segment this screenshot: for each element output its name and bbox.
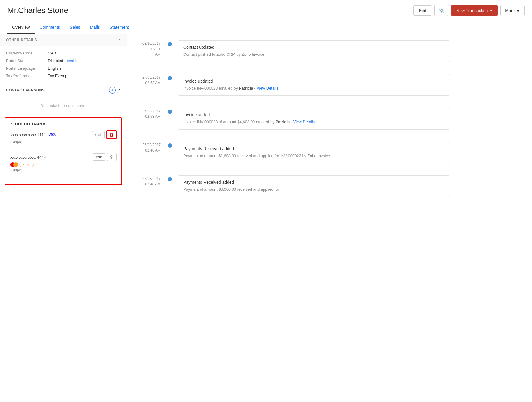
card-2-stripe-label: (Stripe): [10, 168, 117, 172]
attach-button[interactable]: 📎: [434, 5, 448, 16]
credit-card-item-1: xxxx xxxx xxxx 1111 VISA edit 🗑 (Stripe): [10, 130, 117, 148]
sidebar: OTHER DETAILS ∧ Currency Code CAD Portal…: [0, 34, 127, 397]
credit-cards-section: ∧ CREDIT CARDS xxxx xxxx xxxx 1111 VISA …: [5, 117, 122, 185]
credit-cards-collapse-icon[interactable]: ∧: [10, 122, 13, 126]
timeline-dot-2: [168, 76, 172, 80]
tab-bar: Overview Comments Sales Mails Statement: [0, 21, 532, 34]
portal-status-label: Portal Status: [6, 58, 45, 63]
event-title-3: Invoice added: [183, 112, 444, 117]
more-arrow-icon: ▼: [516, 8, 520, 13]
timeline-item-1: 03/10/2017 02:01AM Contact updated Conta…: [133, 40, 526, 62]
timeline-content-1: Contact updated Contact pushed to Zoho C…: [178, 40, 450, 62]
other-details-fields: Currency Code CAD Portal Status Disabled…: [0, 46, 127, 83]
edit-button[interactable]: Edit: [413, 5, 432, 16]
card-1-actions: edit 🗑: [92, 130, 117, 139]
timeline-content-3: Invoice added Invoice INV-000023 of amou…: [178, 108, 450, 130]
tab-overview[interactable]: Overview: [7, 21, 35, 34]
more-button[interactable]: More ▼: [500, 5, 525, 16]
timeline-item-5: 27/03/201702:48 AM Payments Received add…: [133, 175, 526, 197]
card-1-stripe-label: (Stripe): [10, 140, 117, 144]
timeline-item-2: 27/03/201702:53 AM Invoice updated Invoi…: [133, 74, 526, 96]
card-2-brand-row: (expired): [10, 162, 117, 167]
timeline-dot-1: [168, 42, 172, 46]
new-transaction-button[interactable]: New Transaction ▼: [451, 5, 498, 16]
page-title: Mr.Charles Stone: [7, 6, 68, 15]
timeline-dot-3: [168, 110, 172, 114]
collapse-icon[interactable]: ∧: [118, 38, 121, 42]
timeline-dot-4: [168, 143, 172, 148]
event-desc-3: Invoice INV-000023 of amount $4,608.09 c…: [183, 119, 444, 125]
event-title-2: Invoice updated: [183, 79, 444, 84]
card-2-digits: xxxx xxxx xxxx 4444: [10, 155, 46, 160]
tax-preference-label: Tax Preference: [6, 74, 45, 78]
tab-comments[interactable]: Comments: [35, 21, 65, 34]
timeline-panel: 03/10/2017 02:01AM Contact updated Conta…: [127, 34, 532, 397]
timeline-dot-5: [168, 177, 172, 181]
other-details-section-header: OTHER DETAILS ∧: [0, 34, 127, 46]
more-label: More: [505, 8, 515, 13]
enable-link[interactable]: enable: [67, 58, 78, 63]
timeline-item-4: 27/03/201702:48 AM Payments Received add…: [133, 142, 526, 163]
card-2-edit-button[interactable]: edit: [93, 153, 105, 161]
timeline-container: 03/10/2017 02:01AM Contact updated Conta…: [133, 34, 526, 215]
main-layout: OTHER DETAILS ∧ Currency Code CAD Portal…: [0, 34, 532, 397]
dropdown-arrow-icon: ▼: [490, 9, 493, 12]
currency-code-value: CAD: [48, 51, 121, 55]
event-desc-4: Payment of amount $1,608.09 received and…: [183, 153, 444, 159]
credit-card-item-2: xxxx xxxx xxxx 4444 edit 🗑 (expired) (St…: [10, 153, 117, 176]
timeline-date-4: 27/03/201702:48 AM: [133, 142, 167, 163]
add-contact-button[interactable]: +: [109, 87, 116, 94]
header-actions: Edit 📎 New Transaction ▼ More ▼: [413, 5, 525, 16]
event-title-4: Payments Received added: [183, 146, 444, 151]
contact-persons-controls: + ∧: [109, 87, 121, 94]
tab-mails[interactable]: Mails: [85, 21, 105, 34]
visa-logo: VISA: [48, 133, 56, 137]
card-1-delete-button[interactable]: 🗑: [106, 130, 117, 139]
timeline-content-4: Payments Received added Payment of amoun…: [178, 142, 450, 163]
card-2-delete-button[interactable]: 🗑: [107, 153, 117, 161]
tab-sales[interactable]: Sales: [65, 21, 85, 34]
paperclip-icon: 📎: [438, 8, 444, 13]
event-desc-1: Contact pushed to Zoho CRM by Zoho Invoi…: [183, 51, 444, 58]
event-title-1: Contact updated: [183, 45, 444, 50]
portal-status-value: Disabled - enable: [48, 58, 121, 63]
page-header: Mr.Charles Stone Edit 📎 New Transaction …: [0, 0, 532, 21]
timeline-content-5: Payments Received added Payment of amoun…: [178, 175, 450, 197]
view-details-link-2[interactable]: View Details: [257, 86, 278, 91]
card-1-row: xxxx xxxx xxxx 1111 VISA edit 🗑: [10, 130, 117, 139]
credit-cards-title: CREDIT CARDS: [15, 122, 47, 126]
contact-persons-section-header: CONTACT PERSONS + ∧: [0, 83, 127, 97]
card-2-expired-label: (expired): [19, 163, 34, 167]
timeline-item-3: 27/03/201702:53 AM Invoice added Invoice…: [133, 108, 526, 130]
currency-code-label: Currency Code: [6, 51, 45, 55]
no-contacts-message: No contact persons found.: [0, 97, 127, 114]
new-transaction-label: New Transaction: [456, 8, 488, 13]
mastercard-icon: [10, 162, 18, 167]
credit-cards-header: ∧ CREDIT CARDS: [10, 122, 117, 126]
timeline-content-2: Invoice updated Invoice INV-000023 email…: [178, 74, 450, 96]
portal-language-label: Portal Language: [6, 66, 45, 71]
contact-persons-collapse-icon[interactable]: ∧: [118, 88, 121, 92]
contact-persons-title: CONTACT PERSONS: [6, 88, 45, 92]
card-1-edit-button[interactable]: edit: [92, 131, 105, 138]
view-details-link-3[interactable]: View Details: [293, 120, 315, 124]
event-title-5: Payments Received added: [183, 180, 444, 185]
other-details-controls: ∧: [118, 38, 121, 42]
portal-language-value: English: [48, 66, 121, 71]
timeline-date-2: 27/03/201702:53 AM: [133, 74, 167, 96]
tax-preference-value: Tax Exempt: [48, 74, 121, 78]
timeline-date-5: 27/03/201702:48 AM: [133, 175, 167, 197]
card-2-row: xxxx xxxx xxxx 4444 edit 🗑: [10, 153, 117, 161]
event-desc-5: Payment of amount $3,000.00 received and…: [183, 186, 444, 193]
card-1-number: xxxx xxxx xxxx 1111 VISA: [10, 133, 56, 137]
event-desc-2: Invoice INV-000023 emailed by Patricia -…: [183, 85, 444, 91]
other-details-title: OTHER DETAILS: [6, 38, 37, 42]
card-1-digits: xxxx xxxx xxxx 1111: [10, 133, 46, 137]
card-2-number: xxxx xxxx xxxx 4444: [10, 155, 46, 160]
timeline-date-3: 27/03/201702:53 AM: [133, 108, 167, 130]
timeline-date-1: 03/10/2017 02:01AM: [133, 40, 167, 62]
card-2-actions: edit 🗑: [93, 153, 117, 161]
tab-statement[interactable]: Statement: [105, 21, 134, 34]
